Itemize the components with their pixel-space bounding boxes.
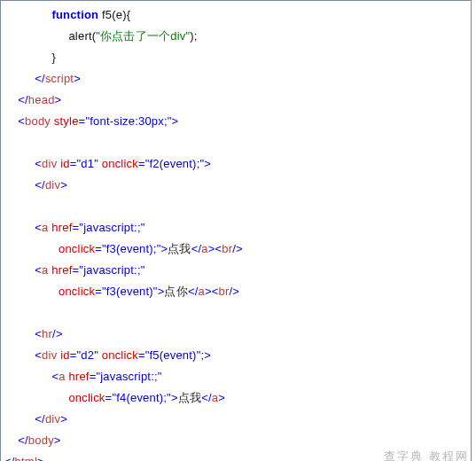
attr-onclick: onclick xyxy=(59,285,95,298)
angle-close: > xyxy=(54,434,61,447)
angle-open: < xyxy=(35,348,42,362)
angle-close: > xyxy=(205,285,212,298)
slash-close: /> xyxy=(229,285,239,298)
tag-script-close: script xyxy=(45,72,74,85)
attr-onclick: onclick xyxy=(59,242,95,255)
val-d2: "d2" xyxy=(76,348,98,362)
angle-open: </ xyxy=(4,455,15,461)
angle-open: < xyxy=(18,114,25,128)
attr-onclick: onclick xyxy=(102,157,138,170)
angle-open: </ xyxy=(191,242,202,255)
code-block: function f5(e){ alert("你点击了一个div"); } </… xyxy=(4,4,467,461)
tag-a1: a xyxy=(42,221,48,234)
angle-open: </ xyxy=(188,285,199,298)
angle-open: </ xyxy=(35,178,45,191)
attr-href: href xyxy=(68,370,89,383)
val-f5: "f5(event)" xyxy=(145,348,201,362)
angle-close: > xyxy=(208,242,215,255)
angle-close: > xyxy=(55,93,62,106)
angle-open: < xyxy=(35,263,42,277)
tag-br: br xyxy=(219,285,230,298)
attr-href: href xyxy=(51,263,72,277)
fn-name: f5 xyxy=(98,8,112,21)
tag-a3: a xyxy=(59,370,65,383)
val-f3b: "f3(event)" xyxy=(102,285,158,298)
attr-id: id xyxy=(60,157,70,170)
attr-href: href xyxy=(51,221,72,234)
attr-id: id xyxy=(60,348,70,362)
fn-alert: alert( xyxy=(68,29,96,43)
angle-open: < xyxy=(35,221,42,234)
text-dianni: 点你 xyxy=(164,285,187,298)
tag-div-d1: div xyxy=(42,157,57,170)
val-js2: "javascript:;" xyxy=(79,263,144,277)
tag-html-close: html xyxy=(15,455,37,461)
angle-open: < xyxy=(35,327,42,340)
val-style: "font-size:30px;" xyxy=(85,114,171,128)
slash-close: /> xyxy=(52,327,63,340)
tag-body-close: body xyxy=(28,434,54,447)
angle-close: > xyxy=(204,348,211,362)
angle-close: > xyxy=(218,391,225,404)
attr-onclick: onclick xyxy=(102,348,138,362)
fn-sig: (e){ xyxy=(112,8,130,21)
angle-open: < xyxy=(51,370,59,383)
equals: = xyxy=(95,242,102,255)
angle-close: > xyxy=(60,412,67,426)
angle-open: </ xyxy=(18,434,28,447)
closing-brace: } xyxy=(51,51,56,64)
equals: = xyxy=(138,157,145,170)
text-dianwo2: 点我 xyxy=(178,391,201,404)
val-f4: "f4(event);" xyxy=(112,391,171,404)
val-f3: "f3(event);" xyxy=(102,242,161,255)
angle-close: > xyxy=(60,178,67,191)
attr-onclick: onclick xyxy=(68,391,105,404)
tag-a-close: a xyxy=(201,242,207,255)
tag-hr: hr xyxy=(42,327,52,340)
attr-style: style xyxy=(54,114,79,128)
tag-head-close: head xyxy=(28,93,55,106)
equals: = xyxy=(138,348,145,362)
angle-open: </ xyxy=(35,72,45,85)
tag-div-close: div xyxy=(45,178,60,191)
text-dianwo: 点我 xyxy=(168,242,191,255)
keyword-function: function xyxy=(51,8,98,21)
code-frame: function f5(e){ alert("你点击了一个div"); } </… xyxy=(0,0,472,461)
angle-close: > xyxy=(204,157,211,170)
tag-div-d2: div xyxy=(42,348,57,362)
tag-a2: a xyxy=(42,263,48,277)
angle-open: < xyxy=(212,285,219,298)
angle-open: </ xyxy=(35,412,45,426)
tag-a-close: a xyxy=(198,285,204,298)
call-end: ); xyxy=(190,29,197,43)
slash-close: /> xyxy=(232,242,243,255)
angle-open: </ xyxy=(201,391,212,404)
angle-close: > xyxy=(37,455,44,461)
tag-br: br xyxy=(222,242,232,255)
angle-close: > xyxy=(172,114,179,128)
val-f2: "f2(event);" xyxy=(145,157,205,170)
val-js3: "javascript:;" xyxy=(96,370,161,383)
tag-div-close2: div xyxy=(45,412,60,426)
equals: = xyxy=(95,285,102,298)
val-js: "javascript:;" xyxy=(79,221,144,234)
angle-open: </ xyxy=(18,93,28,106)
tag-body-open: body xyxy=(25,114,51,128)
val-d1: "d1" xyxy=(76,157,98,170)
angle-close: > xyxy=(171,391,178,404)
string-literal: "你点击了一个div" xyxy=(96,29,190,43)
angle-close: > xyxy=(74,72,81,85)
angle-open: < xyxy=(35,157,42,170)
